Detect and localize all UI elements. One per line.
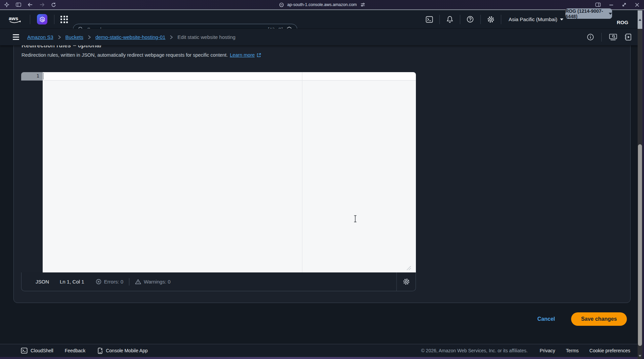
account-menu-label: ROG (1214-9007-6448) bbox=[565, 8, 606, 19]
cloudshell-icon[interactable] bbox=[419, 16, 439, 23]
editor-text-area[interactable] bbox=[43, 81, 416, 272]
mobile-phone-download-icon bbox=[97, 348, 103, 354]
monitor-search-icon[interactable] bbox=[609, 34, 617, 41]
footer-cloudshell-button[interactable]: CloudShell bbox=[21, 348, 53, 354]
save-changes-button[interactable]: Save changes bbox=[571, 312, 627, 326]
divider bbox=[601, 33, 602, 42]
account-menu-button[interactable]: ROG (1214-9007-6448) bbox=[565, 8, 612, 19]
chevron-right-icon bbox=[170, 35, 173, 40]
help-icon[interactable] bbox=[460, 16, 480, 23]
cancel-button[interactable]: Cancel bbox=[538, 316, 555, 322]
footer-cookie-preferences-link[interactable]: Cookie preferences bbox=[590, 348, 630, 353]
divider bbox=[129, 278, 129, 286]
editor-active-line[interactable]: 1 bbox=[21, 72, 416, 81]
aws-logo[interactable]: aws bbox=[8, 15, 23, 24]
notebook-play-icon[interactable] bbox=[625, 34, 632, 41]
editor-line-number: 1 bbox=[21, 72, 43, 81]
console-header: aws Search [Alt+S] bbox=[0, 10, 644, 29]
scrollbar-thumb[interactable] bbox=[638, 144, 642, 346]
scroll-up-arrow-icon bbox=[639, 19, 641, 21]
warning-icon bbox=[135, 279, 141, 285]
desktop-edge-strip bbox=[0, 357, 644, 359]
aws-console-window: ap-south-1.console.aws.amazon.com aws bbox=[0, 0, 644, 359]
site-info-icon[interactable] bbox=[279, 2, 284, 7]
footer-mobile-app-link[interactable]: Console Mobile App bbox=[97, 348, 148, 354]
window-edge bbox=[642, 10, 644, 359]
chevron-down-icon bbox=[609, 13, 612, 15]
region-label: Asia Pacific (Mumbai) bbox=[509, 16, 557, 22]
account-name: ROG bbox=[617, 19, 628, 25]
chevron-right-icon bbox=[88, 35, 91, 40]
forward-button[interactable] bbox=[39, 2, 45, 7]
browser-titlebar: ap-south-1.console.aws.amazon.com bbox=[0, 0, 644, 10]
breadcrumb-link-buckets[interactable]: Buckets bbox=[66, 34, 83, 40]
section-description: Redirection rules, written in JSON, auto… bbox=[22, 52, 261, 58]
minimize-button[interactable] bbox=[609, 3, 613, 7]
cloudshell-icon bbox=[21, 348, 28, 354]
editor-print-margin bbox=[302, 72, 302, 272]
learn-more-link[interactable]: Learn more bbox=[230, 52, 255, 58]
breadcrumb-link-amazon-s3[interactable]: Amazon S3 bbox=[27, 34, 53, 40]
text-cursor-pointer bbox=[353, 215, 357, 223]
editor-settings-gear-icon[interactable] bbox=[396, 272, 416, 291]
footer-feedback-link[interactable]: Feedback bbox=[65, 348, 85, 353]
tune-icon[interactable] bbox=[360, 2, 365, 7]
svg-text:aws: aws bbox=[9, 15, 18, 21]
browser-logo-icon bbox=[4, 2, 9, 7]
close-button[interactable] bbox=[635, 3, 639, 7]
settings-gear-icon[interactable] bbox=[481, 16, 501, 23]
panel-icon[interactable] bbox=[595, 2, 601, 7]
divider bbox=[54, 15, 54, 24]
reload-button[interactable] bbox=[51, 2, 56, 7]
form-actions: Cancel Save changes bbox=[0, 312, 627, 326]
editor-resize-handle[interactable] bbox=[405, 264, 412, 271]
sidebar-toggle-icon[interactable] bbox=[16, 2, 21, 7]
info-icon[interactable] bbox=[587, 34, 594, 41]
console-footer: CloudShell Feedback Console Mobile App ©… bbox=[0, 344, 644, 357]
address-bar[interactable]: ap-south-1.console.aws.amazon.com bbox=[279, 2, 365, 7]
chevron-right-icon bbox=[58, 35, 61, 40]
external-link-icon bbox=[257, 53, 261, 57]
editor-cursor-position: Ln 1, Col 1 bbox=[60, 279, 84, 285]
url-text[interactable]: ap-south-1.console.aws.amazon.com bbox=[287, 2, 357, 7]
editor-caret bbox=[43, 73, 44, 80]
breadcrumb-link-bucket[interactable]: demo-static-website-hosting-01 bbox=[95, 34, 165, 40]
editor-status-bar: JSON Ln 1, Col 1 Errors: 0 Warnings: 0 bbox=[21, 272, 416, 291]
main-content: Redirection rules– optional Redirection … bbox=[0, 45, 644, 344]
footer-privacy-link[interactable]: Privacy bbox=[540, 348, 555, 353]
breadcrumb: Amazon S3 Buckets demo-static-website-ho… bbox=[27, 34, 235, 40]
editor-errors: Errors: 0 bbox=[96, 279, 124, 285]
chevron-down-icon bbox=[560, 18, 563, 20]
scrollbar-up-button[interactable] bbox=[638, 10, 642, 29]
editor-warnings: Warnings: 0 bbox=[135, 279, 170, 285]
breadcrumb-bar: Amazon S3 Buckets demo-static-website-ho… bbox=[0, 29, 644, 45]
scroll-down-arrow-icon[interactable] bbox=[639, 355, 641, 357]
section-title: Redirection rules– optional bbox=[22, 45, 101, 49]
notifications-bell-icon[interactable] bbox=[440, 16, 460, 23]
editor-line-content[interactable] bbox=[43, 72, 416, 81]
editor-language: JSON bbox=[36, 279, 49, 285]
footer-copyright: © 2026, Amazon Web Services, Inc. or its… bbox=[421, 348, 527, 353]
back-button[interactable] bbox=[28, 2, 33, 7]
optional-suffix: – optional bbox=[73, 45, 101, 49]
region-selector[interactable]: Asia Pacific (Mumbai) bbox=[501, 16, 563, 22]
breadcrumb-current: Edit static website hosting bbox=[177, 34, 235, 40]
restore-button[interactable] bbox=[622, 2, 627, 7]
divider bbox=[30, 15, 30, 24]
hamburger-menu-icon[interactable] bbox=[13, 34, 19, 40]
footer-terms-link[interactable]: Terms bbox=[566, 348, 578, 353]
page-scrollbar[interactable] bbox=[638, 10, 642, 359]
services-menu-icon[interactable] bbox=[60, 16, 68, 23]
amazon-q-icon[interactable] bbox=[37, 14, 47, 24]
error-icon bbox=[96, 279, 101, 285]
